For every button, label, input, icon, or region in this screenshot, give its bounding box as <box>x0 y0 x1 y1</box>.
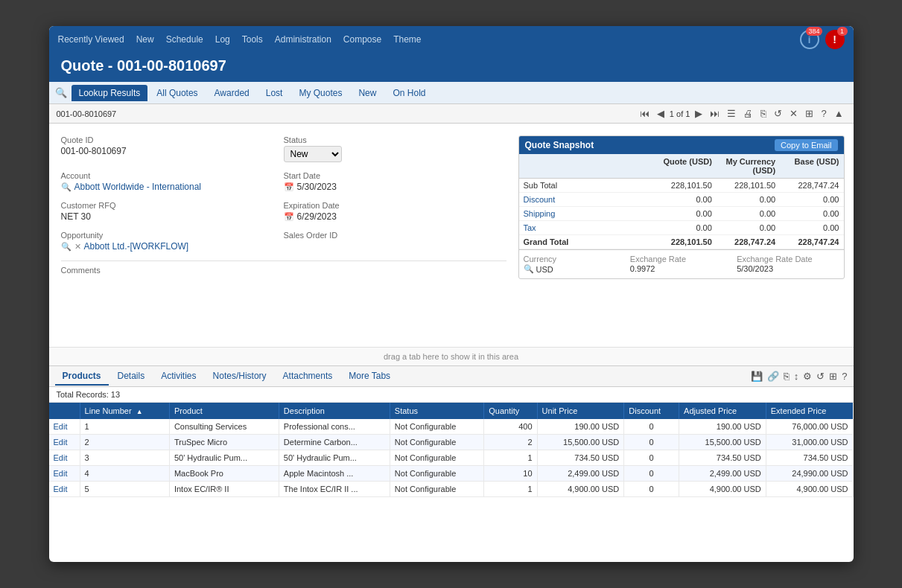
reset-button[interactable]: ↺ <box>772 107 784 120</box>
line-number-cell: 4 <box>80 466 169 482</box>
shipping-quote: 0.00 <box>653 207 717 220</box>
edit-cell[interactable]: Edit <box>49 466 80 482</box>
columns-button[interactable]: ⊞ <box>803 107 816 120</box>
tax-link[interactable]: Tax <box>524 223 536 232</box>
edit-cell[interactable]: Edit <box>49 419 80 435</box>
print-button[interactable]: 🖨 <box>741 107 755 120</box>
last-page-button[interactable]: ⏭ <box>708 107 722 120</box>
discount-link[interactable]: Discount <box>524 195 556 204</box>
comments-label: Comments <box>61 266 506 275</box>
nav-theme[interactable]: Theme <box>393 34 421 45</box>
col-status[interactable]: Status <box>390 403 483 419</box>
opportunity-link[interactable]: Abbott Ltd.-[WORKFLOW] <box>84 241 189 252</box>
prod-columns-button[interactable]: ⊞ <box>829 371 837 382</box>
extended-price-cell: 31,000.00 USD <box>766 435 853 450</box>
sales-order-id-field: Sales Order ID <box>284 228 506 258</box>
pagination-text: 1 of 1 <box>670 109 690 118</box>
prod-copy-button[interactable]: ⎘ <box>784 371 790 382</box>
shipping-label[interactable]: Shipping <box>519 207 653 220</box>
record-id: 001-00-8010697 <box>57 109 117 118</box>
status-cell: Not Configurable <box>390 466 483 482</box>
nav-new[interactable]: New <box>136 34 154 45</box>
shipping-link[interactable]: Shipping <box>524 209 556 218</box>
edit-link[interactable]: Edit <box>54 469 68 478</box>
prod-calc-button[interactable]: ⚙ <box>803 371 812 382</box>
col-product[interactable]: Product <box>169 403 279 419</box>
edit-link[interactable]: Edit <box>54 438 68 447</box>
list-view-button[interactable]: ☰ <box>725 107 738 120</box>
tab-notes-history[interactable]: Notes/History <box>206 368 274 386</box>
products-table: Line Number ▲ Product Description Status… <box>49 403 854 497</box>
expand-button[interactable]: ▲ <box>832 107 846 120</box>
edit-cell[interactable]: Edit <box>49 450 80 466</box>
table-row: Edit 4 MacBook Pro Apple Macintosh ... N… <box>49 466 854 482</box>
delete-button[interactable]: ✕ <box>787 107 800 120</box>
tab-details[interactable]: Details <box>110 368 153 386</box>
prod-sort-button[interactable]: ↕ <box>794 371 799 382</box>
record-toolbar: 001-00-8010697 ⏮ ◀ 1 of 1 ▶ ⏭ ☰ 🖨 ⎘ ↺ ✕ … <box>49 104 854 124</box>
edit-cell[interactable]: Edit <box>49 482 80 497</box>
top-nav-links: Recently Viewed New Schedule Log Tools A… <box>58 34 422 45</box>
prod-link-button[interactable]: 🔗 <box>767 371 779 382</box>
tab-lost[interactable]: Lost <box>258 85 290 101</box>
nav-schedule[interactable]: Schedule <box>166 34 203 45</box>
prod-save-button[interactable]: 💾 <box>751 371 763 382</box>
quote-snapshot: Quote Snapshot Copy to Email Quote (USD)… <box>518 135 845 279</box>
opportunity-search-icon: 🔍 <box>61 242 72 252</box>
account-label: Account <box>61 171 269 180</box>
tab-awarded[interactable]: Awarded <box>207 85 257 101</box>
products-tabs: Products Details Activities Notes/Histor… <box>49 366 854 387</box>
unit-price-cell: 190.00 USD <box>537 419 624 435</box>
tab-more-tabs[interactable]: More Tabs <box>341 368 398 386</box>
first-page-button[interactable]: ⏮ <box>638 107 652 120</box>
help-button[interactable]: ? <box>819 107 828 120</box>
copy-to-email-button[interactable]: Copy to Email <box>775 139 837 151</box>
nav-compose[interactable]: Compose <box>343 34 381 45</box>
col-description[interactable]: Description <box>279 403 390 419</box>
col-discount[interactable]: Discount <box>624 403 679 419</box>
subtotal-label: Sub Total <box>519 179 653 192</box>
prod-refresh-button[interactable]: ↺ <box>816 371 825 382</box>
product-cell: 50' Hydraulic Pum... <box>169 450 279 466</box>
table-header-row: Line Number ▲ Product Description Status… <box>49 403 854 419</box>
top-nav-icons: i 384 ! 1 <box>800 30 845 49</box>
tax-label[interactable]: Tax <box>519 221 653 234</box>
tab-on-hold[interactable]: On Hold <box>385 85 433 101</box>
currency-value: 🔍 USD <box>524 264 626 274</box>
edit-link[interactable]: Edit <box>54 453 68 462</box>
tab-new[interactable]: New <box>351 85 384 101</box>
nav-recently-viewed[interactable]: Recently Viewed <box>58 34 124 45</box>
opportunity-clear-icon[interactable]: ✕ <box>74 242 81 252</box>
nav-log[interactable]: Log <box>215 34 230 45</box>
duplicate-button[interactable]: ⎘ <box>758 107 769 120</box>
next-page-button[interactable]: ▶ <box>693 107 705 120</box>
account-link[interactable]: Abbott Worldwide - International <box>74 182 202 192</box>
tab-lookup-results[interactable]: Lookup Results <box>72 85 148 101</box>
content-area: Quote ID 001-00-8010697 Status New Award… <box>49 124 854 562</box>
discount-label[interactable]: Discount <box>519 193 653 206</box>
tab-activities[interactable]: Activities <box>153 368 203 386</box>
prev-page-button[interactable]: ◀ <box>655 107 667 120</box>
col-adjusted-price[interactable]: Adjusted Price <box>679 403 766 419</box>
edit-link[interactable]: Edit <box>54 422 68 431</box>
nav-administration[interactable]: Administration <box>275 34 331 45</box>
exchange-rate-date-item: Exchange Rate Date 5/30/2023 <box>737 255 839 274</box>
prod-help-button[interactable]: ? <box>842 371 847 382</box>
col-extended-price[interactable]: Extended Price <box>766 403 853 419</box>
status-select[interactable]: New Awarded Lost On Hold <box>284 146 342 162</box>
grand-total-base: 228,747.24 <box>780 235 843 249</box>
main-content: Quote ID 001-00-8010697 Status New Award… <box>49 124 854 347</box>
tab-attachments[interactable]: Attachments <box>276 368 340 386</box>
customer-rfq-label: Customer RFQ <box>61 201 269 210</box>
tab-my-quotes[interactable]: My Quotes <box>291 85 349 101</box>
discount-my-currency: 0.00 <box>717 193 780 206</box>
nav-tools[interactable]: Tools <box>242 34 263 45</box>
tab-all-quotes[interactable]: All Quotes <box>149 85 205 101</box>
col-line-number[interactable]: Line Number ▲ <box>80 403 169 419</box>
tab-products[interactable]: Products <box>55 368 109 386</box>
edit-cell[interactable]: Edit <box>49 435 80 450</box>
col-quantity[interactable]: Quantity <box>484 403 537 419</box>
search-icon: 🔍 <box>55 87 67 98</box>
col-unit-price[interactable]: Unit Price <box>537 403 624 419</box>
edit-link[interactable]: Edit <box>54 485 68 493</box>
